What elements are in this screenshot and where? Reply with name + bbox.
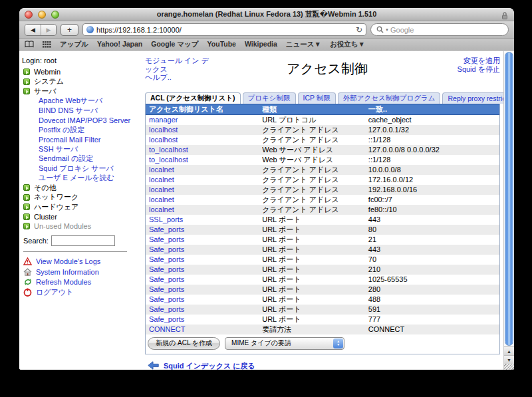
acl-match: 443 — [365, 245, 499, 255]
back-arrow-icon — [148, 361, 159, 370]
acl-name-link[interactable]: localnet — [149, 205, 174, 213]
reload-icon[interactable]: ↻ — [356, 26, 362, 34]
select-stepper-icon: ▲▼ — [333, 338, 343, 348]
acl-row: to_localhostWeb サーバ アドレス::1/128 — [146, 155, 499, 165]
refresh-modules-link[interactable]: Refresh Modules — [23, 277, 143, 288]
sidebar-category[interactable]: ネットワーク — [22, 193, 143, 203]
forward-button[interactable]: ▶ — [41, 25, 56, 35]
sidebar-category[interactable]: ハードウェア — [22, 202, 143, 212]
acl-name-link[interactable]: localhost — [149, 136, 178, 144]
acl-name-link[interactable]: Safe_ports — [149, 235, 184, 243]
window-titlebar[interactable]: orange.homelan (Redhat Linux Fedora 13) … — [19, 8, 514, 21]
bookmark-item[interactable]: ニュース▼ — [286, 40, 321, 49]
system-information-link[interactable]: System Information — [23, 267, 143, 277]
bookmark-item[interactable]: お役立ち▼ — [330, 40, 365, 49]
acl-name-link[interactable]: Safe_ports — [149, 265, 184, 273]
acl-name-link[interactable]: localnet — [149, 196, 174, 203]
tab[interactable]: ACL (アクセス制御リスト) — [145, 92, 241, 104]
bookmark-item[interactable]: YouTube — [207, 40, 236, 49]
apply-changes-link[interactable]: 変更を適用 — [440, 57, 500, 65]
acl-name-link[interactable]: localhost — [149, 126, 178, 134]
url-input[interactable] — [96, 26, 353, 34]
acl-name-link[interactable]: Safe_ports — [149, 295, 184, 303]
acl-name-link[interactable]: Safe_ports — [149, 285, 184, 293]
help-link[interactable]: ヘルプ.. — [145, 73, 214, 82]
acl-type-select[interactable]: MIME タイプの要請 ▲▼ — [225, 337, 344, 350]
scroll-up-icon[interactable]: ▲ — [504, 346, 514, 355]
acl-name-link[interactable]: Safe_ports — [149, 315, 184, 323]
sidebar-module-link[interactable]: Procmail Mail Filter — [22, 135, 143, 145]
return-to-index-link[interactable]: Squid インデックス に戻る — [148, 361, 500, 370]
view-logs-link[interactable]: View Module's Logs — [23, 257, 143, 267]
sidebar-category[interactable]: Cluster — [22, 212, 143, 222]
acl-name-link[interactable]: to_localhost — [149, 146, 188, 154]
sidebar-module-link[interactable]: Dovecot IMAP/POP3 Server — [22, 116, 143, 126]
scrollbar-thumb[interactable] — [505, 52, 513, 346]
search-box[interactable]: ▼ — [370, 23, 509, 36]
category-label: システム — [34, 76, 64, 86]
acl-name-link[interactable]: Safe_ports — [149, 225, 184, 233]
search-input[interactable] — [390, 26, 503, 34]
minimize-icon[interactable] — [38, 11, 46, 19]
sidebar-category[interactable]: システム — [22, 77, 143, 87]
sidebar-category[interactable]: Un-used Modules — [22, 221, 143, 231]
sidebar-category[interactable]: Webmin — [22, 67, 143, 77]
create-acl-button[interactable]: 新規の ACL を作成 — [148, 337, 220, 350]
module-index-link[interactable]: モジュール イン デックス — [145, 57, 214, 73]
bookmark-item[interactable]: アップル — [60, 40, 88, 49]
sidebar-category[interactable]: その他 — [22, 183, 143, 193]
acl-name-link[interactable]: to_localhost — [149, 156, 188, 164]
book-icon[interactable] — [25, 41, 34, 48]
acl-type: URL ポート — [259, 225, 365, 235]
sidebar-module-link[interactable]: Squid プロキシ サーバ — [22, 164, 143, 174]
acl-name-link[interactable]: Safe_ports — [149, 305, 184, 313]
acl-type: URL ポート — [259, 295, 365, 305]
acl-name-link[interactable]: Safe_ports — [149, 255, 184, 263]
acl-row: localnetクライアント アドレスfe80::/10 — [146, 205, 499, 215]
close-icon[interactable] — [25, 11, 33, 19]
nav-buttons: ◀ ▶ — [25, 24, 57, 36]
stop-squid-link[interactable]: Squid を停止 — [440, 65, 500, 74]
acl-name-link[interactable]: localnet — [149, 186, 174, 194]
acl-name-link[interactable]: manager — [149, 116, 178, 124]
acl-name-link[interactable]: CONNECT — [149, 325, 185, 333]
tab[interactable]: プロキシ制限 — [243, 92, 296, 104]
address-bar[interactable]: ↻ — [82, 23, 366, 36]
acl-name-link[interactable]: localnet — [149, 176, 174, 184]
acl-name-link[interactable]: localnet — [149, 166, 174, 174]
vertical-scrollbar[interactable]: ▲ ▼ — [503, 51, 514, 370]
bookmark-item[interactable]: Google マップ — [151, 40, 198, 49]
sidebar-module-link[interactable]: Postfix の設定 — [22, 125, 143, 135]
acl-match: 192.168.0.0/16 — [365, 185, 499, 195]
acl-type: URL ポート — [259, 305, 365, 315]
resize-grip[interactable] — [504, 364, 514, 370]
sidebar-module-link[interactable]: Apache Webサーバ — [22, 96, 143, 106]
logout-link[interactable]: ログアウト — [23, 287, 143, 298]
footer-link-label: Squid インデックス に戻る — [164, 361, 255, 370]
acl-match: 70 — [365, 255, 499, 265]
tab[interactable]: ICP 制限 — [298, 92, 336, 104]
back-button[interactable]: ◀ — [25, 25, 41, 35]
grid-icon[interactable] — [43, 41, 51, 48]
action-label: ログアウト — [36, 287, 73, 297]
bookmark-item[interactable]: Yahoo! Japan — [97, 40, 142, 49]
lock-icon — [501, 11, 508, 23]
sidebar-search-input[interactable] — [51, 235, 115, 246]
acl-name-link[interactable]: SSL_ports — [149, 215, 183, 223]
sidebar-category[interactable]: サーバ — [22, 86, 143, 96]
acl-row: to_localhostWeb サーバ アドレス127.0.0.0/8 0.0.… — [146, 145, 499, 155]
sidebar-divider — [23, 251, 127, 252]
bookmark-item[interactable]: Wikipedia — [245, 40, 277, 49]
sidebar-module-link[interactable]: ユーザ E メールを読む — [22, 174, 143, 184]
acl-name-link[interactable]: Safe_ports — [149, 275, 184, 283]
scroll-down-icon[interactable]: ▼ — [504, 355, 514, 364]
sidebar-module-link[interactable]: Sendmail の設定 — [22, 154, 143, 164]
tab[interactable]: 外部アクセス制御プログラム — [338, 92, 441, 104]
sidebar-module-link[interactable]: BIND DNS サーバ — [22, 106, 143, 116]
add-tab-button[interactable]: + — [61, 24, 78, 36]
search-engine-caret-icon[interactable]: ▼ — [385, 28, 389, 32]
acl-name-link[interactable]: Safe_ports — [149, 245, 184, 253]
sidebar-module-link[interactable]: SSH サーバ — [22, 144, 143, 154]
category-label: その他 — [34, 183, 57, 193]
zoom-icon[interactable] — [51, 11, 59, 19]
